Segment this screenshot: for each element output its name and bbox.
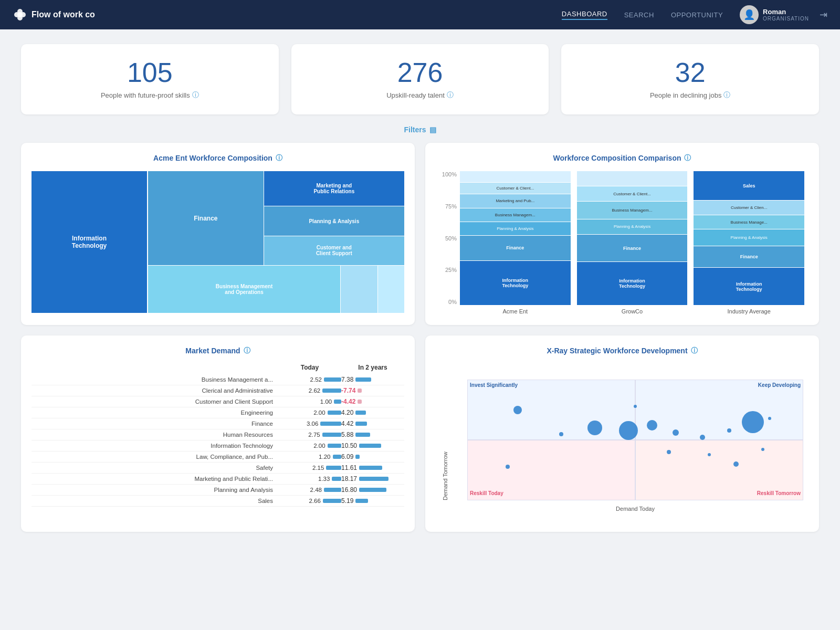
md-row-9: Marketing and Public Relati... 1.33 18.1…: [32, 474, 404, 485]
xray-dot-12: [761, 448, 764, 451]
logo-text: Flow of work co: [32, 10, 95, 19]
user-info: 👤 Roman ORGANISATION ⇥: [740, 5, 827, 24]
md-row-in2: 10.50: [341, 442, 404, 449]
filters-button[interactable]: Filters ▤: [404, 125, 436, 134]
xray-container: Invest Significantly Keep Developing Res…: [436, 364, 808, 521]
nav-opportunity[interactable]: OPPORTUNITY: [671, 11, 723, 19]
nav-search[interactable]: SEARCH: [624, 11, 654, 19]
md-row-in2: 6.09: [341, 453, 404, 460]
workforce-composition-card: Acme Ent Workforce Composition ⓘ Informa…: [21, 143, 415, 325]
filters-bar: Filters ▤: [21, 125, 819, 134]
tm-col2: Finance Marketing andPublic Relations Pl…: [148, 171, 404, 313]
bar-in2-pos: [355, 422, 367, 426]
xray-dot-14: [768, 417, 771, 420]
md-row-in2: 4.42: [341, 420, 404, 427]
seg-cust-ia: Customer & Clien...: [694, 201, 804, 215]
seg-it-ia: InformationTechnology: [694, 268, 804, 305]
navbar: Flow of work co DASHBOARD SEARCH OPPORTU…: [0, 0, 840, 29]
info-icon-2[interactable]: ⓘ: [447, 90, 454, 100]
md-row-today: 2.52: [278, 376, 341, 383]
md-rows: Business Management a... 2.52 7.38 Cleri…: [32, 374, 404, 507]
xray-dot-10: [708, 453, 711, 456]
md-row-5: Human Resources 2.75 5.88: [32, 429, 404, 440]
md-row-in2: 16.80: [341, 486, 404, 494]
bar-in2-pos: [359, 477, 388, 481]
md-row-name: Human Resources: [32, 432, 278, 438]
seg-bm: Business Managem...: [460, 208, 571, 222]
md-info-icon[interactable]: ⓘ: [244, 346, 250, 355]
wc-info-icon[interactable]: ⓘ: [276, 153, 282, 163]
md-row-name: Planning and Analysis: [32, 487, 278, 493]
xray-dot-1: [559, 432, 563, 436]
md-row-6: Information Technology 2.00 10.50: [32, 440, 404, 452]
md-row-today: 2.00: [278, 443, 341, 449]
tm-small2: [378, 266, 404, 313]
md-row-3: Engineering 2.00 4.20: [32, 407, 404, 418]
svg-point-4: [17, 12, 23, 17]
bar-in2-pos: [355, 455, 360, 459]
xray-dot-9: [667, 450, 671, 454]
bar-in2-pos: [359, 444, 381, 448]
bar-label-growco: GrowCo: [622, 308, 643, 314]
tm-row1: Finance Marketing andPublic Relations Pl…: [148, 171, 404, 265]
xray-dot-6: [700, 435, 705, 440]
col-header-in2: In 2 years: [341, 364, 404, 371]
seg-it-acme: InformationTechnology: [460, 261, 571, 305]
user-role: ORGANISATION: [763, 16, 809, 22]
md-row-name: Clerical and Administrative: [32, 387, 278, 394]
nav-dashboard[interactable]: DASHBOARD: [562, 10, 607, 20]
xray-dots: [467, 380, 803, 500]
md-row-in2: 4.20: [341, 409, 404, 416]
seg-cust-gc: Customer & Client...: [577, 186, 688, 201]
avatar: 👤: [740, 5, 759, 24]
main-content: 105 People with future-proof skills ⓘ 27…: [0, 29, 840, 547]
tm-bm: Business Managementand Operations: [148, 266, 340, 313]
md-row-in2: -7.74: [341, 387, 404, 394]
md-row-11: Sales 2.66 5.19: [32, 496, 404, 507]
tm-it-label: InformationTechnology: [70, 233, 109, 251]
xray-card: X-Ray Strategic Workforce Development ⓘ …: [425, 335, 819, 532]
bar-today: [322, 388, 341, 393]
md-row-name: Law, Compliance, and Pub...: [32, 454, 278, 460]
bar-stack-industry: Sales Customer & Clien... Business Manag…: [694, 171, 804, 305]
info-icon-3[interactable]: ⓘ: [723, 90, 730, 100]
stat-declining: 32 People in declining jobs ⓘ: [561, 44, 819, 114]
tm-right-col: Marketing andPublic Relations Planning &…: [264, 171, 404, 265]
wcc-info-icon[interactable]: ⓘ: [684, 153, 691, 163]
xray-info-icon[interactable]: ⓘ: [691, 346, 698, 355]
md-row-in2: 5.19: [341, 497, 404, 505]
seg-fin-acme: Finance: [460, 236, 571, 260]
user-name: Roman: [763, 8, 809, 16]
bar-today: [322, 433, 341, 437]
md-row-4: Finance 3.06 4.42: [32, 418, 404, 429]
seg-fin-ia: Finance: [694, 246, 804, 267]
md-row-today: 2.00: [278, 410, 341, 416]
logo[interactable]: Flow of work co: [13, 7, 95, 22]
user-details: Roman ORGANISATION: [763, 8, 809, 22]
market-demand-table: Today In 2 years Business Management a..…: [32, 364, 404, 507]
xray-dot-15: [634, 405, 637, 408]
seg-it-gc: InformationTechnology: [577, 262, 688, 305]
col-header-today: Today: [278, 364, 341, 371]
seg-plan: Planning & Analysis: [460, 222, 571, 235]
stats-row: 105 People with future-proof skills ⓘ 27…: [21, 44, 819, 114]
info-icon-1[interactable]: ⓘ: [192, 90, 199, 100]
bars-container: Customer & Client... Marketing and Pub..…: [460, 171, 804, 314]
bar-in2-pos: [355, 499, 368, 503]
md-row-10: Planning and Analysis 2.48 16.80: [32, 485, 404, 496]
xray-dot-7: [727, 428, 731, 433]
logout-icon[interactable]: ⇥: [820, 9, 827, 20]
xray-dot-0: [513, 406, 522, 414]
xray-dot-4: [647, 420, 657, 430]
md-row-7: Law, Compliance, and Pub... 1.20 6.09: [32, 452, 404, 463]
tm-planning: Planning & Analysis: [264, 206, 404, 235]
bar-today: [323, 499, 341, 503]
bar-label-industry: Industry Average: [728, 308, 771, 314]
bar-in2-pos: [359, 488, 386, 492]
stat-upskill: 276 Upskill-ready talent ⓘ: [291, 44, 549, 114]
bar-in2-pos: [355, 377, 371, 382]
bar-label-acme: Acme Ent: [502, 308, 528, 314]
bar-today: [328, 444, 341, 448]
md-row-name: Safety: [32, 465, 278, 471]
md-row-today: 1.20: [278, 454, 341, 460]
